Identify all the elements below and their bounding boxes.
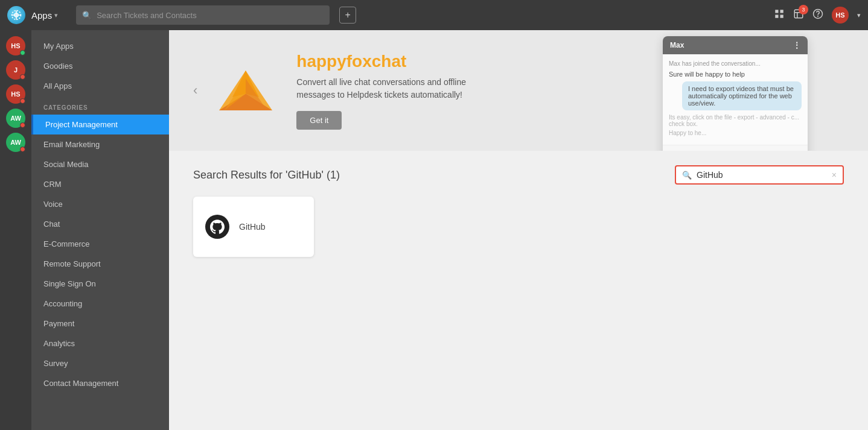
sidebar-item-accounting[interactable]: Accounting <box>31 294 169 314</box>
search-icon: 🔍 <box>82 11 92 20</box>
status-dot <box>20 74 25 80</box>
chart-icon[interactable]: 3 <box>793 8 804 22</box>
sidebar-item-social-media[interactable]: Social Media <box>31 154 169 174</box>
hero-banner: ‹ happyfoxchat Co <box>169 30 868 151</box>
app-card-github-name: GitHub <box>239 222 266 232</box>
github-icon <box>205 215 229 239</box>
search-results-section: Search Results for 'GitHub' (1) 🔍 × GitH… <box>169 151 868 271</box>
app-title-text: Apps <box>31 10 52 21</box>
hero-description: Convert all live chat conversations and … <box>296 76 490 101</box>
chat-msg-bubble: I need to export videos that must be aut… <box>682 81 802 110</box>
chat-happy-msg: Happy to he... <box>669 130 802 136</box>
avatar-rail: HS J HS AW AW <box>0 30 31 430</box>
chat-msg-1: Sure will be happy to help <box>669 71 802 78</box>
notification-badge: 3 <box>799 5 808 14</box>
sidebar-item-chat[interactable]: Chat <box>31 214 169 234</box>
main-content: ‹ happyfoxchat Co <box>169 30 868 430</box>
search-clear-button[interactable]: × <box>832 170 837 180</box>
sidebar-item-crm[interactable]: CRM <box>31 174 169 194</box>
sidebar-item-remote-support[interactable]: Remote Support <box>31 254 169 274</box>
add-button[interactable]: + <box>339 7 356 24</box>
hero-brand-suffix: chat <box>372 52 407 71</box>
status-dot <box>20 122 25 128</box>
dropdown-chevron-icon[interactable]: ▾ <box>857 11 861 19</box>
status-dot <box>20 147 25 152</box>
sidebar-item-all-apps[interactable]: All Apps <box>31 76 169 96</box>
sidebar-item-voice[interactable]: Voice <box>31 194 169 214</box>
sidebar-item-goodies[interactable]: Goodies <box>31 56 169 76</box>
svg-point-12 <box>818 16 819 16</box>
search-input[interactable] <box>97 11 324 20</box>
svg-rect-4 <box>775 10 778 13</box>
main-layout: HS J HS AW AW My Apps Goodies All Apps C… <box>0 30 868 430</box>
search-results-title: Search Results for 'GitHub' (1) <box>193 169 340 182</box>
hero-preview: Max ⋮ Max has joined the conversation...… <box>614 36 856 151</box>
sidebar-item-my-apps[interactable]: My Apps <box>31 36 169 56</box>
hero-brand-prefix: happyfox <box>296 52 371 71</box>
app-title[interactable]: Apps ▾ <box>31 10 58 21</box>
global-search[interactable]: 🔍 <box>76 5 330 25</box>
sidebar: My Apps Goodies All Apps CATEGORIES Proj… <box>31 30 169 430</box>
help-icon[interactable] <box>812 8 823 22</box>
get-it-button[interactable]: Get it <box>296 111 342 130</box>
app-logo <box>7 6 25 24</box>
svg-rect-7 <box>780 15 783 18</box>
hero-prev-arrow[interactable]: ‹ <box>193 83 197 98</box>
grid-icon[interactable] <box>774 8 785 22</box>
sidebar-item-project-management[interactable]: Project Management <box>31 115 169 134</box>
sidebar-item-survey[interactable]: Survey <box>31 353 169 373</box>
rail-avatar-4[interactable]: AW <box>6 133 25 152</box>
chat-footer-hint: Its easy, click on the file - export - a… <box>669 114 802 127</box>
chat-join-msg: Max has joined the conversation... <box>669 60 802 67</box>
rail-avatar-3[interactable]: AW <box>6 109 25 128</box>
sidebar-item-payment[interactable]: Payment <box>31 314 169 334</box>
chevron-down-icon: ▾ <box>54 11 58 19</box>
svg-rect-6 <box>775 15 778 18</box>
search-box-input[interactable] <box>697 170 827 180</box>
apps-grid: GitHub <box>193 197 844 257</box>
sidebar-item-analytics[interactable]: Analytics <box>31 334 169 353</box>
sidebar-item-contact-management[interactable]: Contact Management <box>31 373 169 393</box>
rail-avatar-0[interactable]: HS <box>6 36 25 55</box>
user-avatar[interactable]: HS <box>832 7 849 24</box>
sidebar-item-ecommerce[interactable]: E-Commerce <box>31 234 169 254</box>
status-dot <box>20 98 25 104</box>
rail-avatar-2[interactable]: HS <box>6 84 25 104</box>
search-box-icon: 🔍 <box>682 171 692 180</box>
app-card-github[interactable]: GitHub <box>193 197 314 257</box>
categories-label: CATEGORIES <box>31 96 169 115</box>
chat-type-msg: Type your message here <box>670 150 743 151</box>
search-results-header: Search Results for 'GitHub' (1) 🔍 × <box>193 165 844 185</box>
app-header: Apps ▾ 🔍 + 3 HS ▾ <box>0 0 868 30</box>
header-right: 3 HS ▾ <box>774 7 861 24</box>
chat-header-name: Max <box>670 41 684 49</box>
search-box[interactable]: 🔍 × <box>675 165 844 185</box>
svg-rect-5 <box>780 10 783 13</box>
hero-app-logo <box>209 54 282 127</box>
sidebar-item-sso[interactable]: Single Sign On <box>31 274 169 294</box>
sidebar-item-email-marketing[interactable]: Email Marketing <box>31 134 169 154</box>
rail-avatar-1[interactable]: J <box>6 60 25 80</box>
status-dot <box>20 50 25 55</box>
